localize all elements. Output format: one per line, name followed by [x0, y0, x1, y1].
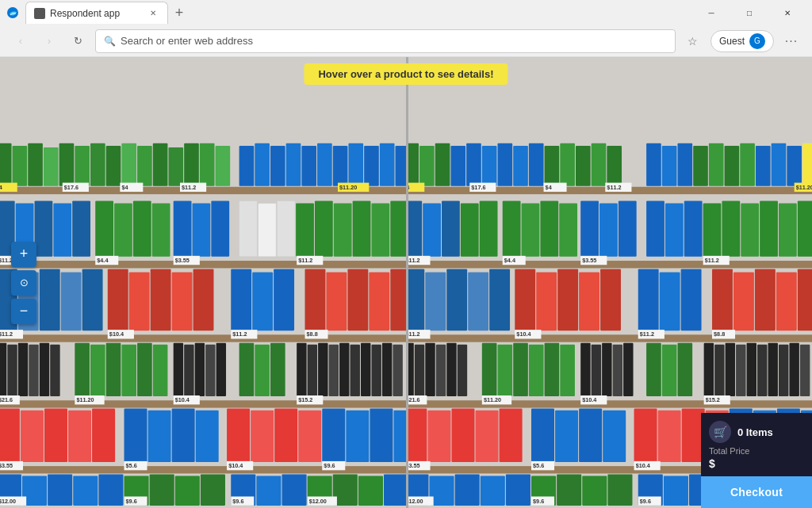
svg-rect-327: [603, 411, 626, 462]
svg-rect-52: [174, 201, 192, 256]
svg-rect-293: [580, 343, 590, 396]
svg-rect-47: [72, 201, 90, 256]
svg-rect-148: [298, 411, 321, 462]
svg-rect-246: [798, 201, 812, 256]
svg-rect-29: [348, 143, 363, 186]
svg-text:$11.2: $11.2: [182, 184, 196, 191]
svg-rect-27: [317, 143, 332, 186]
svg-text:$17.6: $17.6: [471, 184, 485, 191]
svg-rect-53: [193, 203, 211, 256]
tab-close-button[interactable]: ✕: [147, 7, 159, 20]
guest-profile-button[interactable]: Guest G: [710, 30, 774, 52]
svg-rect-309: [789, 343, 799, 396]
svg-rect-98: [0, 343, 6, 396]
new-tab-button[interactable]: +: [168, 2, 190, 24]
svg-rect-324: [531, 409, 554, 462]
svg-text:$21.6: $21.6: [0, 396, 13, 403]
svg-rect-303: [726, 343, 735, 396]
minimize-button[interactable]: ─: [693, 0, 730, 25]
svg-rect-288: [498, 345, 513, 396]
svg-rect-203: [592, 143, 607, 186]
cart-items-count: 0 Items: [737, 426, 773, 438]
svg-rect-283: [425, 343, 435, 396]
favorites-button[interactable]: ☆: [682, 30, 704, 52]
close-button[interactable]: ✕: [769, 0, 806, 25]
svg-rect-88: [369, 273, 389, 331]
svg-rect-146: [251, 411, 274, 462]
svg-rect-241: [703, 203, 722, 256]
svg-rect-63: [390, 201, 406, 256]
svg-rect-19: [184, 143, 199, 186]
cart-panel: 🛒 0 Items Total Price $ Checkout: [701, 413, 812, 508]
svg-rect-243: [741, 203, 759, 256]
svg-rect-328: [634, 409, 657, 462]
svg-rect-102: [40, 343, 49, 396]
svg-text:$12.00: $12.00: [309, 498, 327, 505]
svg-rect-89: [390, 269, 406, 330]
restore-button[interactable]: □: [731, 0, 768, 25]
more-button[interactable]: ···: [780, 30, 802, 52]
guest-label: Guest: [719, 36, 745, 47]
active-tab[interactable]: Respondent app ✕: [25, 2, 168, 24]
svg-rect-77: [108, 269, 128, 330]
svg-rect-11: [59, 143, 75, 186]
svg-rect-101: [29, 345, 38, 396]
shelf-viewport: $4 $17.6 $4 $11.2 $11.20: [0, 57, 812, 508]
svg-rect-237: [619, 201, 637, 256]
svg-rect-233: [540, 201, 558, 256]
svg-rect-228: [442, 201, 460, 256]
svg-rect-350: [506, 475, 530, 506]
zoom-in-button[interactable]: +: [11, 242, 36, 267]
svg-rect-10: [44, 147, 59, 186]
reload-button[interactable]: ↻: [67, 30, 89, 52]
svg-rect-269: [733, 273, 754, 331]
svg-rect-271: [776, 273, 797, 331]
svg-text:$11.20: $11.20: [484, 396, 501, 403]
zoom-reset-button[interactable]: ⊙: [11, 270, 36, 296]
zoom-controls: + ⊙ −: [11, 242, 36, 324]
svg-rect-302: [714, 345, 724, 396]
svg-rect-300: [677, 343, 692, 396]
address-input-wrap[interactable]: 🔍 Search or enter web address: [95, 29, 676, 53]
svg-rect-33: [0, 183, 17, 192]
svg-rect-32: [396, 146, 406, 186]
svg-rect-108: [137, 343, 152, 396]
svg-rect-54: [211, 201, 229, 256]
store-image: $4 $17.6 $4 $11.2 $11.20: [0, 57, 812, 508]
svg-rect-258: [468, 273, 488, 331]
svg-rect-290: [529, 345, 544, 396]
svg-rect-354: [607, 475, 632, 506]
svg-rect-209: [709, 143, 724, 186]
svg-rect-207: [677, 143, 692, 186]
svg-rect-84: [274, 269, 294, 330]
address-bar-right: ☆ Guest G ···: [682, 30, 802, 52]
svg-rect-144: [196, 411, 219, 462]
checkout-button[interactable]: Checkout: [701, 476, 812, 508]
svg-rect-297: [623, 343, 633, 396]
svg-rect-255: [408, 269, 424, 330]
svg-rect-204: [607, 146, 622, 186]
cart-total-value: $: [709, 457, 804, 470]
svg-rect-17: [153, 143, 168, 186]
svg-rect-349: [481, 476, 505, 506]
svg-rect-12: [75, 146, 90, 186]
svg-rect-205: [646, 143, 661, 186]
svg-rect-189: [408, 400, 812, 407]
address-text: Search or enter web address: [121, 35, 667, 47]
svg-rect-165: [98, 475, 123, 506]
svg-rect-230: [480, 201, 498, 256]
back-button[interactable]: ‹: [10, 30, 32, 52]
svg-rect-234: [559, 203, 577, 256]
svg-rect-191: [408, 143, 419, 186]
forward-button[interactable]: ›: [38, 30, 60, 52]
zoom-out-button[interactable]: −: [11, 299, 36, 324]
svg-rect-143: [172, 409, 195, 462]
svg-rect-242: [722, 201, 740, 256]
svg-rect-8: [13, 146, 28, 186]
svg-rect-48: [95, 201, 113, 256]
svg-rect-320: [427, 411, 450, 462]
svg-rect-80: [172, 273, 193, 331]
svg-rect-61: [353, 201, 371, 256]
svg-rect-26: [301, 146, 316, 186]
svg-text:$21.6: $21.6: [408, 396, 420, 403]
